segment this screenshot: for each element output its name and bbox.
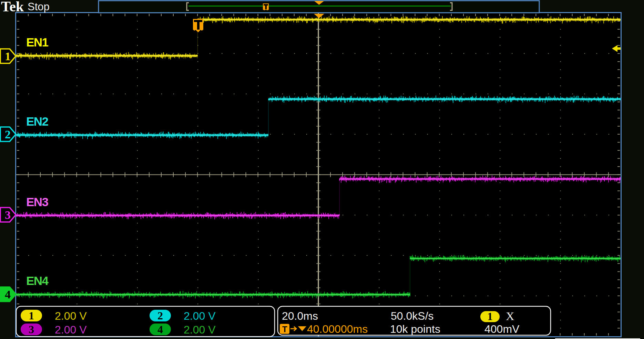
svg-text:20.0ms: 20.0ms [282, 310, 318, 322]
svg-text:EN4: EN4 [26, 274, 49, 287]
svg-text:2.00 V: 2.00 V [55, 310, 87, 322]
svg-text:2.00 V: 2.00 V [184, 324, 216, 336]
svg-text:2.00 V: 2.00 V [55, 324, 87, 336]
svg-text:EN3: EN3 [26, 195, 49, 209]
svg-text:3: 3 [29, 323, 34, 336]
svg-text:2: 2 [157, 309, 163, 322]
svg-text:1: 1 [487, 310, 493, 322]
svg-text:4: 4 [5, 288, 11, 301]
svg-text:10k points: 10k points [390, 323, 440, 335]
svg-text:50.0kS/s: 50.0kS/s [391, 310, 434, 322]
svg-text:EN2: EN2 [26, 115, 49, 128]
svg-text:2: 2 [5, 128, 11, 141]
svg-text:400mV: 400mV [484, 323, 520, 335]
svg-text:1: 1 [5, 50, 11, 63]
svg-text:T: T [282, 325, 287, 334]
svg-text:4: 4 [157, 323, 163, 336]
svg-text:EN1: EN1 [26, 35, 49, 49]
svg-text:Stop: Stop [28, 1, 50, 13]
svg-text:2.00 V: 2.00 V [184, 310, 216, 322]
svg-text:3: 3 [5, 209, 11, 221]
svg-text:X: X [506, 310, 514, 322]
svg-text:40.00000ms: 40.00000ms [307, 323, 368, 335]
svg-text:1: 1 [29, 309, 34, 322]
svg-text:Tek: Tek [1, 0, 24, 14]
